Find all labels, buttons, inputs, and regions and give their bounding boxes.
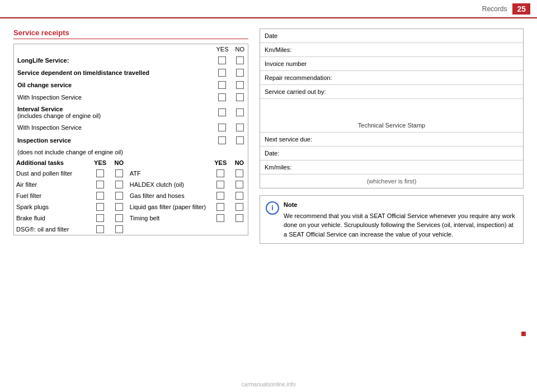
page-header: Records 25	[0, 0, 537, 17]
service-label: Service carried out by:	[265, 88, 326, 95]
note-title: Note	[284, 200, 517, 210]
add-no2-header: NO	[231, 158, 248, 168]
row-label: With Inspection Service	[14, 91, 213, 103]
add-no-cb[interactable]	[111, 201, 128, 212]
add-no-cb[interactable]	[111, 179, 128, 190]
service-table: YES NO LongLife Service: Service depende…	[13, 44, 248, 235]
red-marker	[521, 332, 526, 336]
add-yes-cb[interactable]	[90, 224, 111, 235]
next-km-label: Km/miles:	[265, 164, 291, 171]
header-title: Records	[482, 5, 507, 13]
add-no-cb[interactable]	[111, 224, 128, 235]
watermark: carmanualsonline.info	[241, 381, 295, 388]
row-label: Interval Service(includes change of engi…	[14, 103, 213, 121]
whichever-row: (whichever is first)	[260, 174, 523, 188]
add-yes-cb[interactable]	[90, 179, 111, 190]
add-yes2-cb[interactable]	[210, 201, 231, 212]
add-no2-cb	[231, 224, 248, 235]
add-no-cb[interactable]	[111, 190, 128, 201]
stamp-row: Technical Service Stamp	[260, 99, 523, 133]
add-row-left: Fuel filter	[14, 190, 90, 201]
table-row: (does not include change of engine oil)	[14, 147, 248, 158]
add-row-right	[128, 224, 210, 235]
date-row: Date	[260, 29, 523, 43]
date-label: Date	[265, 32, 277, 39]
no-header: NO	[232, 44, 248, 54]
row-label: LongLife Service:	[14, 54, 213, 67]
yes-checkbox[interactable]	[213, 54, 232, 67]
repair-row: Repair recommendation:	[260, 71, 523, 85]
add-yes-cb[interactable]	[90, 212, 111, 224]
next-service-label: Next service due:	[265, 136, 312, 143]
yes-header: YES	[213, 44, 232, 54]
row-label: Inspection service	[14, 134, 213, 146]
row-label: Oil change service	[14, 79, 213, 91]
list-item: DSG®: oil and filter	[14, 224, 248, 235]
no-checkbox[interactable]	[232, 134, 248, 146]
additional-header-row: Additional tasks YES NO YES NO Dust and …	[14, 158, 248, 235]
add-yes-cb[interactable]	[90, 201, 111, 212]
add-yes2-header: YES	[210, 158, 231, 168]
add-row-left: Brake fluid	[14, 212, 90, 224]
row-label: (does not include change of engine oil)	[14, 147, 213, 158]
next-service-row: Next service due:	[260, 133, 523, 147]
add-no2-cb[interactable]	[231, 179, 248, 190]
service-row: Service carried out by:	[260, 85, 523, 99]
add-yes2-cb[interactable]	[210, 190, 231, 201]
additional-tasks-header: Additional tasks YES NO YES NO	[14, 158, 248, 168]
yes-checkbox[interactable]	[213, 103, 232, 121]
add-row-right: HALDEX clutch (oil)	[128, 179, 210, 190]
no-checkbox[interactable]	[232, 67, 248, 79]
list-item: Brake fluid Timing belt	[14, 212, 248, 224]
add-row-left: Spark plugs	[14, 201, 90, 212]
add-yes2-cb[interactable]	[210, 212, 231, 224]
add-no-header: NO	[111, 158, 128, 168]
add-row-right: Gas filter and hoses	[128, 190, 210, 201]
add-yes2-cb[interactable]	[210, 179, 231, 190]
add-yes2-cb	[210, 224, 231, 235]
table-row: With Inspection Service	[14, 91, 248, 103]
no-checkbox[interactable]	[232, 91, 248, 103]
no-checkbox[interactable]	[232, 103, 248, 121]
table-row: Oil change service	[14, 79, 248, 91]
info-box: Date Km/Miles: Invoice number Repair rec…	[260, 29, 524, 188]
yes-checkbox[interactable]	[213, 91, 232, 103]
add-no2-cb[interactable]	[231, 212, 248, 224]
add-no-cb[interactable]	[111, 168, 128, 179]
list-item: Spark plugs Liquid gas filter (paper fil…	[14, 201, 248, 212]
yes-checkbox[interactable]	[213, 121, 232, 134]
table-row: LongLife Service:	[14, 54, 248, 67]
note-content: Note We recommend that you visit a SEAT …	[284, 200, 517, 239]
note-box: i Note We recommend that you visit a SEA…	[260, 195, 524, 244]
whichever-label: (whichever is first)	[367, 178, 417, 185]
repair-label: Repair recommendation:	[265, 74, 332, 81]
add-yes-cb[interactable]	[90, 190, 111, 201]
page-number: 25	[512, 3, 530, 15]
yesno-header-row: YES NO	[14, 44, 248, 54]
row-label: Service dependent on time/distance trave…	[14, 67, 213, 79]
table-row: With Inspection Service	[14, 121, 248, 134]
add-row-left: Air filter	[14, 179, 90, 190]
add-no-cb[interactable]	[111, 212, 128, 224]
add-yes2-cb[interactable]	[210, 168, 231, 179]
yes-checkbox[interactable]	[213, 67, 232, 79]
no-checkbox[interactable]	[232, 54, 248, 67]
no-checkbox[interactable]	[232, 79, 248, 91]
list-item: Fuel filter Gas filter and hoses	[14, 190, 248, 201]
add-yes-cb[interactable]	[90, 168, 111, 179]
add-no2-cb[interactable]	[231, 201, 248, 212]
yes-checkbox[interactable]	[213, 134, 232, 146]
table-row: Interval Service(includes change of engi…	[14, 103, 248, 121]
note-text: We recommend that you visit a SEAT Offic…	[284, 211, 517, 239]
red-divider	[0, 17, 537, 18]
add-no2-cb[interactable]	[231, 168, 248, 179]
additional-label: Additional tasks	[14, 158, 90, 168]
table-row: Inspection service	[14, 134, 248, 146]
add-no2-cb[interactable]	[231, 190, 248, 201]
row-label: With Inspection Service	[14, 121, 213, 134]
no-checkbox[interactable]	[232, 121, 248, 134]
stamp-label: Technical Service Stamp	[265, 122, 519, 129]
yes-checkbox[interactable]	[213, 79, 232, 91]
add-row-left: DSG®: oil and filter	[14, 224, 90, 235]
next-km-row: Km/miles:	[260, 160, 523, 174]
